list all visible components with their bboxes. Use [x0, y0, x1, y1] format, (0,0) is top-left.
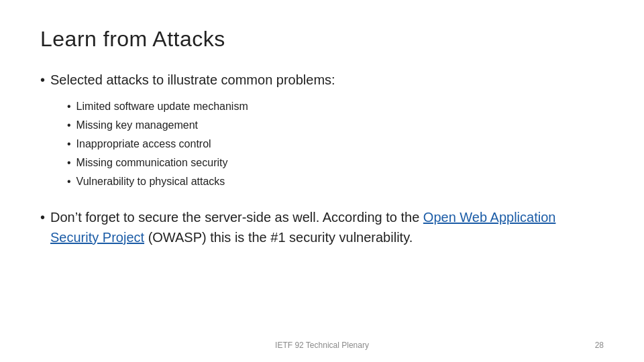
main-bullet-1-text: Selected attacks to illustrate common pr… — [50, 70, 335, 89]
sub-bullet-1: • Limited software update mechanism — [67, 99, 604, 115]
sub-bullet-4: • Missing communication security — [67, 155, 604, 171]
sub-bullets-list: • Limited software update mechanism • Mi… — [67, 99, 604, 192]
slide-title: Learn from Attacks — [40, 27, 604, 52]
sub-bullet-dot-1: • — [67, 99, 71, 115]
main-bullet-2-prefix: Don’t forget to secure the server-side a… — [50, 210, 423, 225]
sub-bullet-3: • Inappropriate access control — [67, 136, 604, 152]
footer-page-number: 28 — [595, 341, 604, 350]
sub-bullet-dot-2: • — [67, 117, 71, 133]
sub-bullet-2-text: Missing key management — [76, 117, 198, 133]
sub-bullet-dot-3: • — [67, 136, 71, 152]
sub-bullet-dot-4: • — [67, 155, 71, 171]
bullet-dot-2: • — [40, 207, 45, 227]
main-bullet-2-text: Don’t forget to secure the server-side a… — [50, 207, 604, 247]
sub-bullet-4-text: Missing communication security — [76, 155, 228, 171]
footer: IETF 92 Technical Plenary — [0, 341, 644, 350]
slide: Learn from Attacks • Selected attacks to… — [0, 0, 644, 362]
sub-bullet-2: • Missing key management — [67, 117, 604, 133]
sub-bullet-3-text: Inappropriate access control — [76, 136, 211, 152]
sub-bullet-5-text: Vulnerability to physical attacks — [76, 174, 225, 190]
main-bullet-2: • Don’t forget to secure the server-side… — [40, 207, 604, 247]
bullet-dot-1: • — [40, 70, 45, 89]
footer-center-text: IETF 92 Technical Plenary — [275, 341, 369, 350]
main-bullet-2-suffix: (OWASP) this is the #1 security vulnerab… — [144, 230, 413, 245]
sub-bullet-dot-5: • — [67, 174, 71, 190]
main-bullet-1: • Selected attacks to illustrate common … — [40, 70, 604, 89]
sub-bullet-1-text: Limited software update mechanism — [76, 99, 248, 115]
sub-bullet-5: • Vulnerability to physical attacks — [67, 174, 604, 190]
